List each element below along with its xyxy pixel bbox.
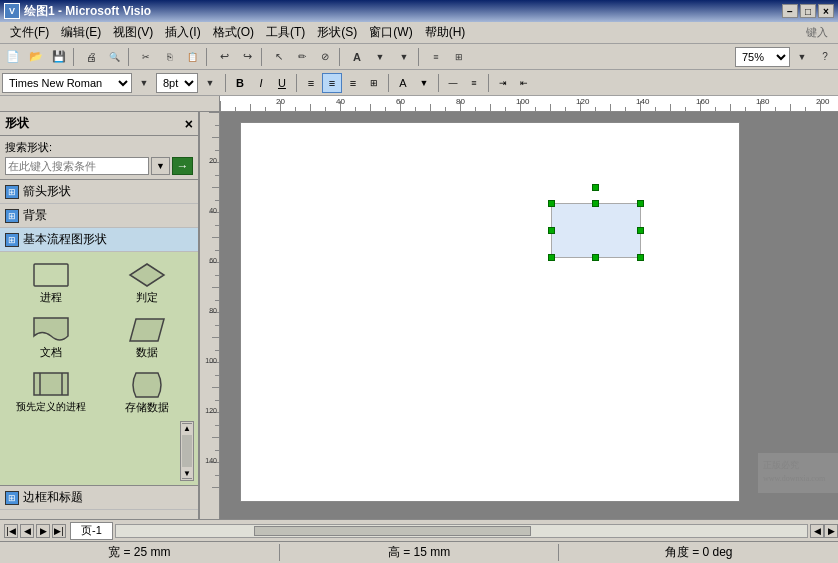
menu-type-search[interactable]: 键入 [800, 23, 834, 42]
app-icon: V [4, 3, 20, 19]
line-style-button[interactable]: ― [443, 73, 463, 93]
increase-indent-button[interactable]: ⇥ [493, 73, 513, 93]
redo-button[interactable]: ↪ [236, 46, 258, 68]
print-button[interactable]: 🖨 [80, 46, 102, 68]
menu-format[interactable]: 格式(O) [207, 22, 260, 43]
align-button[interactable]: ≡ [425, 46, 447, 68]
new-button[interactable]: 📄 [2, 46, 24, 68]
scroll-left-button[interactable]: ◀ [810, 524, 824, 538]
storage-label: 存储数据 [125, 400, 169, 415]
fmt-sep1 [225, 74, 226, 92]
search-label: 搜索形状: [5, 140, 193, 155]
category-arrows[interactable]: ⊞ 箭头形状 [0, 180, 198, 204]
font-size-combo[interactable]: 8pt [156, 73, 198, 93]
font-dropdown-button[interactable]: ▼ [133, 72, 155, 94]
line-weight-button[interactable]: ≡ [464, 73, 484, 93]
menu-shapes[interactable]: 形状(S) [311, 22, 363, 43]
pencil-button[interactable]: ✏ [291, 46, 313, 68]
shape-storage[interactable]: 存储数据 [100, 366, 194, 419]
text-button[interactable]: A [346, 46, 368, 68]
handle-top-middle[interactable] [592, 200, 599, 207]
handle-top-right[interactable] [637, 200, 644, 207]
shapes-scrollbar[interactable]: ▲ ▼ [180, 421, 194, 481]
scroll-right-button[interactable]: ▶ [824, 524, 838, 538]
save-button[interactable]: 💾 [48, 46, 70, 68]
font-name-combo[interactable]: Times New Roman [2, 73, 132, 93]
menu-edit[interactable]: 编辑(E) [55, 22, 107, 43]
category-backgrounds[interactable]: ⊞ 背景 [0, 204, 198, 228]
handle-top-left[interactable] [548, 200, 555, 207]
shape-data[interactable]: 数据 [100, 311, 194, 364]
align-left-button[interactable]: ≡ [301, 73, 321, 93]
menu-help[interactable]: 帮助(H) [419, 22, 472, 43]
shapes-panel: 进程 判定 文档 [0, 252, 198, 486]
align-right-button[interactable]: ≡ [343, 73, 363, 93]
shape-process[interactable]: 进程 [4, 256, 98, 309]
prev-page-button[interactable]: ◀ [20, 524, 34, 538]
category-borders[interactable]: ⊞ 边框和标题 [0, 486, 198, 510]
search-go-button[interactable]: → [172, 157, 193, 175]
open-button[interactable]: 📂 [25, 46, 47, 68]
font-color-dropdown[interactable]: ▼ [414, 73, 434, 93]
minimize-button[interactable]: − [782, 4, 798, 18]
sidebar-title: 形状 [5, 115, 29, 132]
preview-button[interactable]: 🔍 [103, 46, 125, 68]
category-flowchart[interactable]: ⊞ 基本流程图形状 [0, 228, 198, 252]
italic-button[interactable]: I [251, 73, 271, 93]
page-tab-1[interactable]: 页-1 [70, 522, 113, 540]
handle-bottom-left[interactable] [548, 254, 555, 261]
paste-button[interactable]: 📋 [181, 46, 203, 68]
next-page-button[interactable]: ▶ [36, 524, 50, 538]
selected-shape[interactable] [551, 203, 641, 258]
menu-window[interactable]: 窗口(W) [363, 22, 418, 43]
close-button[interactable]: × [818, 4, 834, 18]
maximize-button[interactable]: □ [800, 4, 816, 18]
search-dropdown-button[interactable]: ▼ [151, 157, 170, 175]
bold-button[interactable]: B [230, 73, 250, 93]
size-dropdown-button[interactable]: ▼ [199, 72, 221, 94]
standard-toolbar: 📄 📂 💾 🖨 🔍 ✂ ⎘ 📋 ↩ ↪ ↖ ✏ ⊘ A ▼ ▼ ≡ ⊞ 75% … [0, 44, 838, 70]
sidebar-close-button[interactable]: × [185, 116, 193, 132]
help-button[interactable]: ? [814, 46, 836, 68]
underline-button[interactable]: U [272, 73, 292, 93]
cut-button[interactable]: ✂ [135, 46, 157, 68]
canvas-area[interactable]: 20406080100120140 正版 [200, 112, 838, 519]
handle-bottom-right[interactable] [637, 254, 644, 261]
window-controls[interactable]: − □ × [782, 4, 834, 18]
status-x: 宽 = 25 mm [0, 544, 280, 561]
menu-file[interactable]: 文件(F) [4, 22, 55, 43]
menu-tools[interactable]: 工具(T) [260, 22, 311, 43]
page-canvas[interactable] [240, 122, 740, 502]
zoom-dropdown-button[interactable]: ▼ [791, 46, 813, 68]
search-input[interactable] [5, 157, 149, 175]
handle-middle-right[interactable] [637, 227, 644, 234]
distribute-button[interactable]: ⊞ [448, 46, 470, 68]
undo-button[interactable]: ↩ [213, 46, 235, 68]
document-label: 文档 [40, 345, 62, 360]
font-color-button[interactable]: A [393, 73, 413, 93]
first-page-button[interactable]: |◀ [4, 524, 18, 538]
shape-decision[interactable]: 判定 [100, 256, 194, 309]
menu-insert[interactable]: 插入(I) [159, 22, 206, 43]
align-center-button[interactable]: ≡ [322, 73, 342, 93]
shape-body[interactable] [551, 203, 641, 258]
decrease-indent-button[interactable]: ⇤ [514, 73, 534, 93]
connector-button[interactable]: ⊘ [314, 46, 336, 68]
h-scrollbar-track[interactable] [115, 524, 808, 538]
fill-color-button[interactable]: ▼ [369, 46, 391, 68]
last-page-button[interactable]: ▶| [52, 524, 66, 538]
h-scrollbar-thumb[interactable] [254, 526, 530, 536]
align-justify-button[interactable]: ⊞ [364, 73, 384, 93]
pointer-button[interactable]: ↖ [268, 46, 290, 68]
shape-predef[interactable]: 预先定义的进程 [4, 366, 98, 419]
menu-view[interactable]: 视图(V) [107, 22, 159, 43]
handle-middle-left[interactable] [548, 227, 555, 234]
handle-bottom-middle[interactable] [592, 254, 599, 261]
fmt-sep3 [388, 74, 389, 92]
zoom-combo[interactable]: 75% [735, 47, 790, 67]
handle-rotate[interactable] [592, 184, 599, 191]
category-bg-icon: ⊞ [5, 209, 19, 223]
line-color-button[interactable]: ▼ [393, 46, 415, 68]
shape-document[interactable]: 文档 [4, 311, 98, 364]
copy-button[interactable]: ⎘ [158, 46, 180, 68]
